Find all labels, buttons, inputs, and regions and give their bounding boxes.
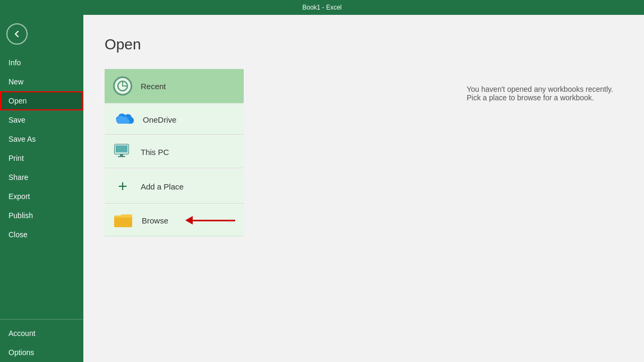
browse-label: Browse: [142, 216, 168, 225]
sidebar-item-info[interactable]: Info: [0, 53, 83, 72]
sidebar-item-account[interactable]: Account: [0, 324, 83, 343]
sidebar-item-options[interactable]: Options: [0, 343, 83, 362]
sidebar-item-new[interactable]: New: [0, 72, 83, 91]
arrow-shaft: [193, 220, 235, 221]
onedrive-icon: [113, 112, 134, 127]
empty-message: You haven't opened any workbooks recentl…: [467, 85, 623, 102]
location-list: Recent OneDrive: [105, 69, 244, 236]
folder-icon: [113, 212, 133, 228]
sidebar-item-print[interactable]: Print: [0, 149, 83, 168]
sidebar-item-close[interactable]: Close: [0, 225, 83, 244]
sidebar-item-publish[interactable]: Publish: [0, 206, 83, 225]
location-item-this-pc[interactable]: This PC: [105, 136, 244, 168]
add-place-icon: +: [113, 177, 132, 196]
this-pc-icon: [113, 143, 132, 160]
clock-icon: [113, 76, 132, 96]
back-button[interactable]: [6, 23, 28, 45]
sidebar: Info New Open Save Save As Print Share E…: [0, 15, 83, 362]
location-item-recent[interactable]: Recent: [105, 69, 244, 104]
svg-point-0: [118, 81, 127, 91]
sidebar-item-open[interactable]: Open: [0, 91, 83, 110]
location-item-onedrive[interactable]: OneDrive: [105, 105, 244, 135]
main-content: Info New Open Save Save As Print Share E…: [0, 15, 644, 362]
main-panel: Open Recent: [83, 15, 644, 362]
browse-arrow: [185, 216, 235, 225]
sidebar-item-share[interactable]: Share: [0, 168, 83, 187]
sidebar-item-save-as[interactable]: Save As: [0, 130, 83, 149]
svg-rect-5: [116, 145, 127, 152]
this-pc-label: This PC: [141, 148, 169, 157]
recent-label: Recent: [141, 82, 166, 91]
svg-rect-7: [118, 156, 125, 157]
title-text: Book1 - Excel: [302, 4, 341, 11]
svg-rect-6: [120, 154, 123, 156]
sidebar-item-save[interactable]: Save: [0, 110, 83, 130]
title-bar: Book1 - Excel: [0, 0, 644, 15]
location-item-add-place[interactable]: + Add a Place: [105, 169, 244, 204]
arrow-head: [185, 216, 193, 225]
location-item-browse[interactable]: Browse: [105, 205, 244, 236]
sidebar-divider: [0, 319, 83, 320]
sidebar-item-export[interactable]: Export: [0, 187, 83, 206]
sidebar-spacer: [0, 244, 83, 315]
page-title: Open: [105, 36, 623, 53]
onedrive-label: OneDrive: [143, 115, 176, 124]
add-place-label: Add a Place: [141, 182, 184, 191]
